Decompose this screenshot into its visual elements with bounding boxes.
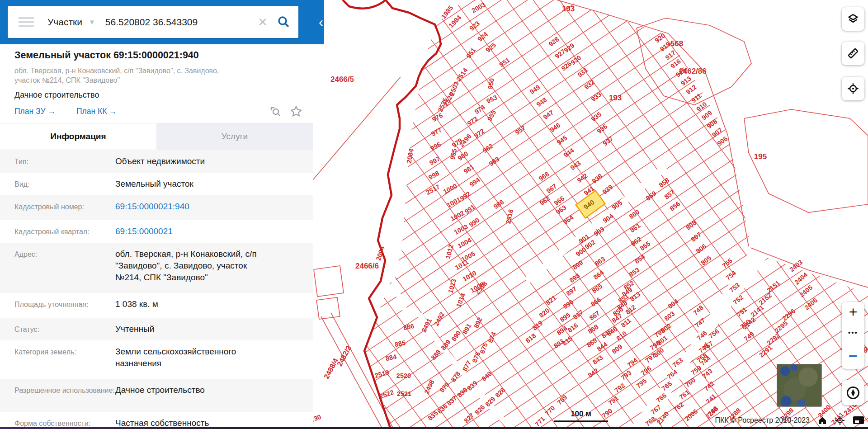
home-icon[interactable] [817, 415, 827, 425]
parcel-number-label: 2521 [397, 390, 411, 397]
bottom-strip [0, 427, 868, 429]
table-row: Кадастровый номер:69:15:0000021:940 [0, 195, 313, 220]
zoom-in-button[interactable]: + [842, 302, 864, 322]
plan-links: План ЗУ → План КК → [14, 107, 117, 116]
row-value: Дачное строительство [115, 379, 265, 412]
table-row: Кадастровый квартал:69:15:0000021 [0, 220, 313, 243]
table-row: Статус:Учтенный [0, 318, 313, 340]
parcel-number-label: 1462/86 [679, 67, 706, 75]
parcel-number-label: 195 [754, 152, 767, 161]
row-value-link[interactable]: 69:15:0000021 [115, 220, 265, 243]
compass-icon [846, 386, 860, 400]
table-row: Категория земель:Земли сельскохозяйствен… [0, 340, 313, 379]
table-row: Адрес:обл. Тверская, р-н Конаковский, с/… [0, 243, 313, 293]
chevron-down-icon[interactable]: ▼ [89, 18, 95, 26]
basemap-satellite-thumbnail[interactable] [777, 364, 822, 407]
parcel-number-label: 193 [609, 94, 622, 102]
parcel-number-label: 2466/6 [355, 262, 379, 270]
layers-icon [847, 13, 859, 25]
layers-button[interactable] [842, 7, 864, 31]
parcel-address-subtitle: обл. Тверская, р-н Конаковский, с/п "Зав… [14, 66, 246, 85]
info-panel: Земельный участок 69:15:0000021:940 обл.… [0, 0, 313, 429]
row-label: Тип: [14, 150, 115, 173]
parcel-number-label: 193 [562, 5, 575, 13]
row-label: Кадастровый квартал: [14, 220, 115, 243]
table-row: Вид:Земельный участок [0, 173, 313, 195]
my-location-icon[interactable] [835, 415, 845, 425]
attribution-text: ПКК © Росреестр 2010-2023 [715, 416, 810, 424]
row-label: Категория земель: [14, 340, 115, 379]
info-table: Тип:Объект недвижимостиВид:Земельный уча… [0, 150, 313, 429]
row-label: Вид: [14, 173, 115, 195]
table-row: Тип:Объект недвижимости [0, 150, 313, 173]
tab-services[interactable]: Услуги [156, 123, 313, 150]
search-box: Участки ▼ ✕ [8, 6, 298, 38]
plan-kk-link[interactable]: План КК → [76, 107, 117, 116]
search-input[interactable] [105, 17, 258, 28]
land-use-text: Дачное строительство [14, 90, 304, 100]
menu-icon[interactable] [19, 17, 34, 27]
page-title: Земельный участок 69:15:0000021:940 [14, 50, 304, 61]
table-row: Разрешенное использование:Дачное строите… [0, 379, 313, 412]
tab-information[interactable]: Информация [0, 123, 156, 150]
row-label: Статус: [14, 318, 115, 340]
favorite-star-icon[interactable] [289, 105, 303, 118]
row-label: Адрес: [14, 243, 115, 293]
zoom-controls: + ••• − [842, 302, 864, 369]
search-band: ‹ Участки ▼ ✕ [0, 0, 324, 44]
pkk-app: 9499489479469459449439429419289279269299… [0, 0, 868, 429]
search-category-select[interactable]: Участки [47, 17, 82, 28]
row-label: Разрешенное использование: [14, 379, 115, 412]
row-label: Кадастровый номер: [14, 195, 115, 220]
panel-tabs: Информация Услуги [0, 123, 313, 150]
header-actions [269, 105, 303, 118]
more-options-button[interactable]: ••• [842, 322, 864, 346]
row-value: Земельный участок [115, 173, 265, 195]
table-row: Площадь уточненная:1 038 кв. м [0, 293, 313, 318]
parcel-header: Земельный участок 69:15:0000021:940 обл.… [14, 50, 304, 100]
row-value: 1 038 кв. м [115, 293, 265, 318]
parcel-number-label: 2466/5 [330, 75, 354, 84]
plan-zu-link[interactable]: План ЗУ → [14, 107, 56, 116]
locate-object-button[interactable] [842, 77, 864, 100]
map-footer: ПКК © Росреестр 2010-2023 [715, 415, 864, 425]
ruler-icon [847, 47, 859, 60]
fullscreen-monitor-icon[interactable] [853, 415, 864, 425]
search-icon[interactable] [277, 15, 290, 29]
compass-button[interactable] [842, 380, 864, 405]
row-value: Земли сельскохозяйственного назначения [115, 340, 265, 379]
preview-document-icon[interactable] [269, 105, 282, 118]
row-value: Учтенный [115, 318, 265, 340]
clear-search-icon[interactable]: ✕ [258, 16, 268, 28]
zoom-out-button[interactable]: − [842, 346, 864, 369]
row-value: Объект недвижимости [115, 150, 265, 173]
row-value-link[interactable]: 69:15:0000021:940 [115, 195, 265, 220]
measure-button[interactable] [842, 42, 864, 65]
parcel-number-label: 568 [670, 39, 683, 48]
target-icon [847, 82, 859, 95]
row-value: обл. Тверская, р-н Конаковский, с/п "Зав… [115, 243, 265, 293]
scale-bar-label: 100 м [571, 410, 591, 418]
row-label: Площадь уточненная: [14, 293, 115, 318]
collapse-panel-chevron-icon[interactable]: ‹ [319, 15, 323, 29]
parcel-number-label: 2520 [396, 372, 411, 379]
